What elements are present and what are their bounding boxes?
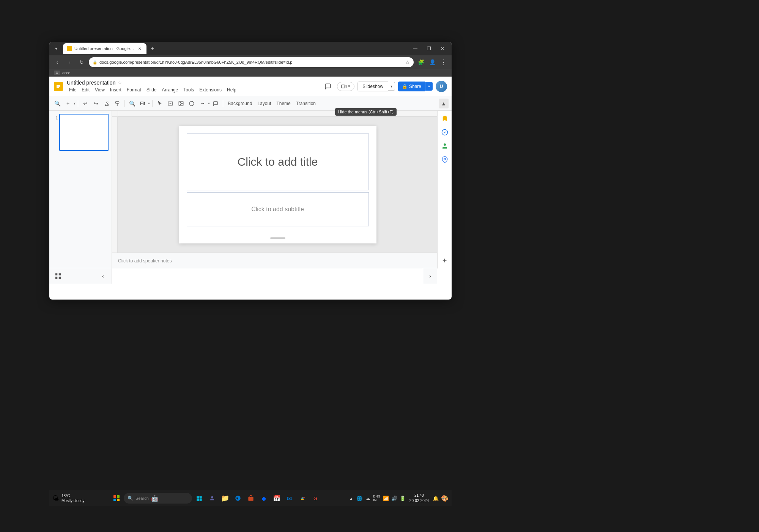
- menu-extensions[interactable]: Extensions: [197, 86, 224, 93]
- taskbar-teams[interactable]: [206, 493, 218, 504]
- tray-cloud-icon[interactable]: ☁: [364, 494, 372, 502]
- right-sidebar: +: [437, 111, 452, 268]
- menu-tools[interactable]: Tools: [181, 86, 196, 93]
- taskbar-dropbox[interactable]: ◆: [258, 493, 269, 504]
- menu-insert[interactable]: Insert: [108, 86, 124, 93]
- new-tab-button[interactable]: +: [148, 44, 157, 53]
- slide-canvas[interactable]: Click to add title Click to add subtitle: [179, 126, 376, 243]
- redo-button[interactable]: ↪: [91, 99, 101, 108]
- weather-widget[interactable]: 🌤 18°C Mostly cloudy: [52, 493, 85, 503]
- fit-dropdown[interactable]: ▾: [148, 101, 150, 105]
- extensions-icon[interactable]: 🧩: [416, 57, 426, 67]
- presentation-title[interactable]: Untitled presentation: [67, 80, 115, 86]
- comments-icon[interactable]: [322, 80, 334, 93]
- image-tool[interactable]: [176, 99, 186, 108]
- slideshow-group: Slideshow ▾: [357, 82, 395, 91]
- profile-icon[interactable]: 👤: [427, 57, 437, 67]
- menu-slide[interactable]: Slide: [144, 86, 159, 93]
- language-indicator[interactable]: ENGIN: [372, 494, 381, 502]
- minimize-button[interactable]: —: [409, 44, 421, 53]
- drag-handle[interactable]: [270, 237, 285, 239]
- menu-help[interactable]: Help: [225, 86, 239, 93]
- taskbar-calendar-app[interactable]: 📅: [271, 493, 282, 504]
- slideshow-dropdown-button[interactable]: ▾: [388, 82, 395, 91]
- share-button[interactable]: 🔒 Share: [398, 82, 425, 91]
- clock[interactable]: 21:40 20-02-2024: [408, 493, 430, 504]
- canvas-wrapper: Click to add title Click to add subtitle: [112, 111, 437, 268]
- tab-close-button[interactable]: ✕: [137, 46, 143, 52]
- star-icon[interactable]: ☆: [118, 80, 122, 85]
- collapse-menus-button[interactable]: ▲: [439, 99, 449, 108]
- forward-button[interactable]: ›: [65, 57, 74, 67]
- browser-window: ▾ Untitled presentation - Google ... ✕ +…: [49, 42, 452, 300]
- paint-format-button[interactable]: [112, 99, 122, 108]
- maps-icon[interactable]: [439, 154, 450, 165]
- close-button[interactable]: ✕: [436, 44, 449, 53]
- panel-collapse-button[interactable]: ‹: [98, 271, 108, 281]
- add-button[interactable]: +: [63, 99, 73, 108]
- back-button[interactable]: ‹: [52, 57, 62, 67]
- address-bar[interactable]: 🔒 docs.google.com/presentation/d/1hYKnoJ…: [89, 57, 414, 67]
- tray-network-icon[interactable]: 🌐: [356, 494, 363, 502]
- zoom-dropdown-button[interactable]: 🔍: [127, 99, 137, 108]
- menu-arrange[interactable]: Arrange: [160, 86, 181, 93]
- start-button[interactable]: [111, 493, 122, 504]
- title-placeholder[interactable]: Click to add title: [187, 133, 369, 190]
- select-tool[interactable]: [155, 99, 165, 108]
- menu-format[interactable]: Format: [124, 86, 143, 93]
- tray-chevron[interactable]: ▲: [347, 494, 355, 502]
- keep-icon[interactable]: [439, 113, 450, 124]
- slide-thumbnail-1[interactable]: [59, 114, 109, 151]
- grid-view-button[interactable]: [53, 271, 63, 281]
- more-button[interactable]: ⋮: [439, 57, 449, 67]
- slideshow-button[interactable]: Slideshow: [357, 82, 388, 91]
- taskbar-chrome[interactable]: [297, 493, 308, 504]
- camera-button[interactable]: ▾: [337, 82, 354, 91]
- reload-button[interactable]: ↻: [77, 57, 87, 67]
- print-button[interactable]: 🖨: [102, 99, 112, 108]
- add-addon-button[interactable]: +: [439, 255, 450, 266]
- restore-button[interactable]: ❐: [423, 44, 435, 53]
- taskbar-file-explorer[interactable]: [194, 493, 205, 504]
- menu-file[interactable]: File: [67, 86, 79, 93]
- tray-wifi-icon[interactable]: 📶: [382, 494, 390, 502]
- tray-sound-icon[interactable]: 🔊: [391, 494, 398, 502]
- active-tab[interactable]: Untitled presentation - Google ... ✕: [63, 43, 146, 54]
- taskbar-store[interactable]: [245, 493, 257, 504]
- right-panel-expand-button[interactable]: ›: [423, 268, 437, 284]
- menu-view[interactable]: View: [93, 86, 107, 93]
- line-tool[interactable]: [197, 99, 207, 108]
- taskbar-gmail[interactable]: G: [310, 493, 321, 504]
- undo-button[interactable]: ↩: [80, 99, 90, 108]
- taskbar-search[interactable]: 🔍 Search 🤖: [124, 493, 192, 504]
- text-box-tool[interactable]: [165, 99, 175, 108]
- notification-bell[interactable]: 🔔: [432, 494, 439, 502]
- slide-panel: 1: [49, 111, 112, 268]
- menu-edit[interactable]: Edit: [79, 86, 92, 93]
- comment-tool[interactable]: [211, 99, 220, 108]
- transition-button[interactable]: Transition: [294, 99, 318, 108]
- taskbar-mail[interactable]: ✉: [284, 493, 295, 504]
- add-dropdown[interactable]: ▾: [74, 101, 76, 105]
- taskbar-edge[interactable]: [232, 493, 244, 504]
- tray-battery-icon[interactable]: 🔋: [399, 494, 406, 502]
- layout-button[interactable]: Layout: [255, 99, 273, 108]
- tab-list-icon[interactable]: ▾: [52, 45, 60, 52]
- fit-label[interactable]: Fit: [138, 100, 147, 107]
- share-dropdown-button[interactable]: ▾: [425, 82, 433, 91]
- tasks-icon[interactable]: [439, 127, 450, 138]
- zoom-in-button[interactable]: 🔍: [52, 99, 62, 108]
- svg-rect-18: [55, 276, 57, 278]
- taskbar-extra-icon[interactable]: 🎨: [441, 494, 449, 502]
- shapes-tool[interactable]: [187, 99, 197, 108]
- theme-button[interactable]: Theme: [274, 99, 293, 108]
- slide-area[interactable]: Click to add title Click to add subtitle: [118, 117, 437, 253]
- bookmark-icon[interactable]: ☆: [405, 60, 410, 65]
- line-dropdown[interactable]: ▾: [208, 101, 210, 105]
- taskbar-folders[interactable]: 📁: [219, 493, 231, 504]
- notes-area[interactable]: Click to add speaker notes: [112, 253, 437, 268]
- subtitle-placeholder[interactable]: Click to add subtitle: [187, 192, 369, 226]
- background-button[interactable]: Background: [225, 99, 254, 108]
- user-avatar[interactable]: U: [436, 81, 447, 92]
- contacts-icon[interactable]: [439, 140, 450, 152]
